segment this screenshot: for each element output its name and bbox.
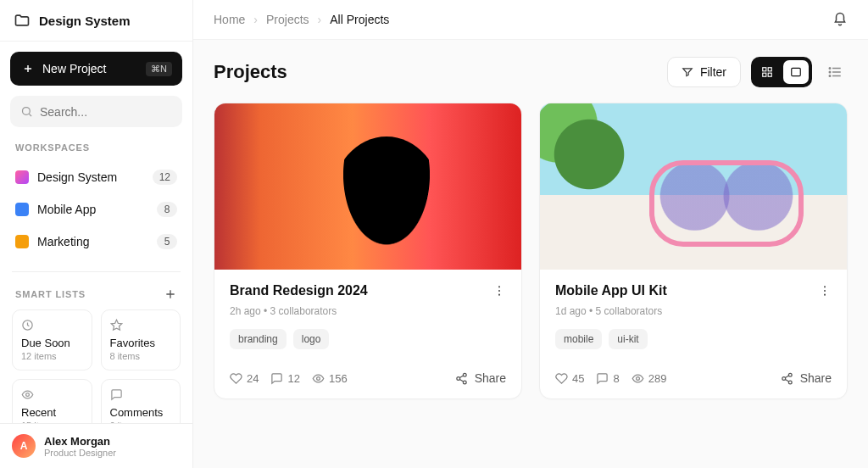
tag[interactable]: logo (293, 329, 330, 349)
user-footer[interactable]: A Alex Morgan Product Designer (0, 423, 192, 468)
svg-point-19 (457, 376, 460, 380)
workspaces-label: WORKSPACES (10, 127, 182, 161)
workspace-count-badge: 12 (153, 170, 177, 185)
share-label: Share (800, 371, 832, 385)
grid-view-button[interactable] (754, 60, 780, 84)
workspace-color-icon (15, 203, 29, 216)
sidebar-item-workspace[interactable]: Mobile App 8 (10, 193, 182, 226)
workspace-name: Marketing (37, 235, 148, 248)
main: Home › Projects › All Projects Projects (193, 0, 868, 468)
clock-icon (21, 319, 83, 332)
breadcrumb-projects[interactable]: Projects (266, 13, 309, 26)
star-icon (110, 319, 172, 332)
svg-point-0 (23, 108, 31, 115)
smartlist-card[interactable]: Due Soon 12 items (12, 309, 92, 370)
smartlist-sub: 12 items (21, 351, 83, 361)
chevron-right-icon: › (318, 13, 322, 26)
svg-point-15 (498, 290, 500, 292)
folder-icon (14, 12, 31, 29)
svg-rect-6 (768, 73, 771, 76)
svg-point-13 (829, 75, 831, 77)
smartlist-title: Comments (110, 406, 172, 419)
chat-icon (110, 388, 172, 401)
topbar: Home › Projects › All Projects (193, 0, 868, 40)
filter-button[interactable]: Filter (667, 57, 741, 87)
svg-rect-7 (792, 68, 801, 75)
smartlist-title: Due Soon (21, 337, 83, 349)
comments-count: 12 (287, 372, 299, 385)
project-subtitle: 2h ago • 3 collaborators (230, 305, 506, 317)
comments-stat[interactable]: 8 (596, 372, 619, 385)
smartlist-title: Recent (21, 406, 83, 419)
user-name: Alex Morgan (44, 435, 116, 448)
new-project-button[interactable]: New Project ⌘N (10, 52, 182, 86)
views-count: 289 (648, 372, 667, 385)
svg-point-27 (788, 381, 792, 384)
likes-stat[interactable]: 24 (230, 372, 259, 385)
svg-point-20 (463, 381, 466, 384)
likes-count: 24 (247, 372, 259, 385)
workspace-color-icon (15, 235, 29, 248)
svg-rect-5 (763, 73, 766, 76)
workspace-count-badge: 8 (157, 202, 177, 217)
svg-point-14 (498, 286, 500, 287)
breadcrumb-current: All Projects (330, 13, 389, 26)
new-project-label: New Project (42, 62, 106, 75)
workspace-name: Design System (37, 170, 144, 184)
sidebar-item-workspace[interactable]: Marketing 5 (10, 226, 182, 258)
tag[interactable]: mobile (555, 329, 602, 349)
view-toggle (751, 57, 812, 87)
smartlist-title: Favorites (110, 337, 172, 349)
workspace-color-icon (15, 170, 29, 184)
filter-label: Filter (700, 65, 726, 79)
list-view-button[interactable] (822, 59, 848, 85)
svg-point-18 (463, 373, 466, 376)
more-button[interactable] (818, 284, 832, 298)
share-label: Share (475, 371, 506, 385)
card-view-button[interactable] (783, 60, 809, 84)
smartlist-card[interactable]: Favorites 8 items (101, 309, 181, 370)
svg-point-17 (317, 376, 320, 380)
project-title: Mobile App UI Kit (555, 283, 667, 298)
breadcrumb-home[interactable]: Home (214, 13, 245, 26)
search-input[interactable] (40, 105, 188, 119)
project-thumbnail (540, 103, 847, 270)
sidebar-item-workspace[interactable]: Design System 12 (10, 161, 182, 193)
project-thumbnail (214, 103, 521, 270)
likes-count: 45 (572, 372, 584, 385)
sidebar: Design System New Project ⌘N ⌘K WORKSPAC… (0, 0, 193, 468)
svg-point-12 (829, 71, 831, 73)
svg-point-26 (782, 376, 786, 380)
add-smartlist-button[interactable] (164, 287, 177, 301)
chevron-right-icon: › (253, 13, 258, 26)
search-icon (20, 105, 33, 118)
plus-icon (22, 63, 34, 75)
tag[interactable]: ui-kit (609, 329, 647, 349)
sidebar-header: Design System (0, 0, 192, 42)
views-stat: 156 (312, 372, 348, 385)
more-button[interactable] (492, 284, 506, 298)
app-title: Design System (39, 14, 131, 28)
comments-count: 8 (613, 372, 619, 385)
likes-stat[interactable]: 45 (555, 372, 584, 385)
search-input-wrapper[interactable]: ⌘K (10, 96, 182, 127)
eye-icon (21, 388, 83, 401)
notifications-button[interactable] (832, 12, 848, 27)
project-card[interactable]: Brand Redesign 2024 2h ago • 3 collabora… (214, 103, 522, 399)
views-stat: 289 (632, 372, 667, 385)
share-button[interactable]: Share (455, 371, 506, 385)
views-count: 156 (329, 372, 348, 385)
workspace-count-badge: 5 (157, 234, 177, 249)
svg-point-22 (824, 290, 826, 292)
smartlists-label: SMART LISTS (15, 289, 86, 299)
filter-icon (682, 66, 693, 78)
tag[interactable]: branding (230, 329, 287, 349)
share-button[interactable]: Share (781, 371, 832, 385)
breadcrumb: Home › Projects › All Projects (214, 13, 389, 26)
project-card[interactable]: Mobile App UI Kit 1d ago • 5 collaborato… (539, 103, 848, 399)
project-title: Brand Redesign 2024 (230, 283, 368, 298)
smartlist-sub: 8 items (110, 351, 172, 361)
svg-point-23 (824, 294, 826, 296)
comments-stat[interactable]: 12 (270, 372, 299, 385)
avatar: A (12, 434, 36, 458)
